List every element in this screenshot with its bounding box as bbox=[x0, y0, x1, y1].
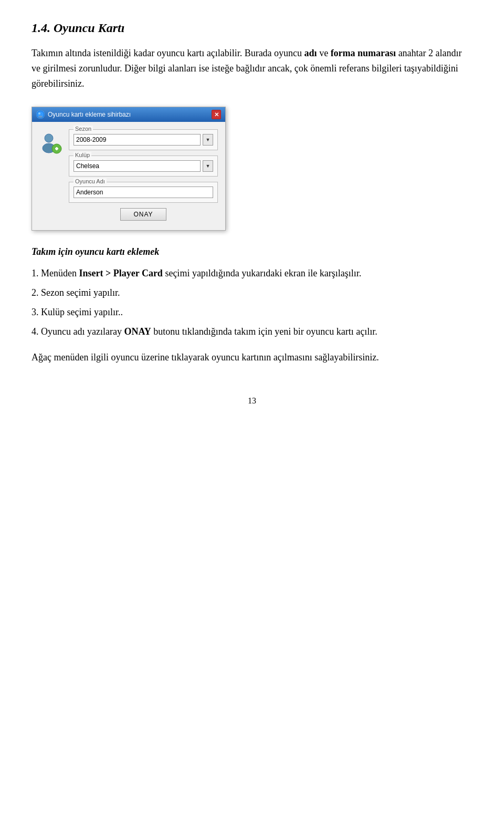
step-1: 1. Menüden Insert > Player Card seçimi y… bbox=[32, 266, 472, 281]
dialog-titlebar: Oyuncu kartı ekleme sihirbazı ✕ bbox=[32, 107, 225, 122]
sezon-row: ▼ bbox=[74, 134, 213, 146]
dialog-body: Sezon ▼ Kulüp ▼ Oyuncu Adı bbox=[32, 122, 225, 230]
avatar bbox=[39, 131, 62, 154]
kulup-row: ▼ bbox=[74, 160, 213, 172]
dialog-close-button[interactable]: ✕ bbox=[212, 110, 221, 119]
bold-ad: adı bbox=[304, 48, 317, 58]
svg-point-3 bbox=[45, 134, 53, 142]
oyuncu-adi-row bbox=[74, 187, 213, 198]
step1-bold: Insert > Player Card bbox=[79, 268, 162, 278]
dialog-window: Oyuncu kartı ekleme sihirbazı ✕ bbox=[32, 107, 226, 231]
oyuncu-adi-input[interactable] bbox=[74, 187, 213, 198]
dialog-wrapper: Oyuncu kartı ekleme sihirbazı ✕ bbox=[32, 107, 472, 231]
step-3: 3. Kulüp seçimi yapılır.. bbox=[32, 305, 472, 320]
sezon-label: Sezon bbox=[74, 126, 93, 132]
dialog-title-icon bbox=[36, 110, 45, 119]
bold-forma: forma numarası bbox=[331, 48, 396, 58]
kulup-dropdown-button[interactable]: ▼ bbox=[203, 160, 213, 172]
section-heading: Takım için oyuncu kartı eklemek bbox=[32, 246, 472, 257]
svg-point-2 bbox=[38, 116, 43, 118]
dialog-title-text: Oyuncu kartı ekleme sihirbazı bbox=[48, 111, 131, 118]
steps-list: 1. Menüden Insert > Player Card seçimi y… bbox=[32, 266, 472, 339]
sezon-dropdown-button[interactable]: ▼ bbox=[203, 134, 213, 146]
intro-paragraph: Takımın altında istenildiği kadar oyuncu… bbox=[32, 46, 472, 91]
kulup-field-group: Kulüp ▼ bbox=[69, 156, 218, 177]
onay-button[interactable]: ONAY bbox=[120, 208, 166, 221]
final-paragraph: Ağaç menüden ilgili oyuncu üzerine tıkla… bbox=[32, 350, 472, 365]
svg-rect-7 bbox=[56, 147, 58, 150]
page-number: 13 bbox=[32, 396, 472, 406]
oyuncu-adi-label: Oyuncu Adı bbox=[74, 178, 107, 184]
page-heading: 1.4. Oyuncu Kartı bbox=[32, 21, 472, 35]
dialog-titlebar-left: Oyuncu kartı ekleme sihirbazı bbox=[36, 110, 131, 119]
step4-bold: ONAY bbox=[124, 326, 151, 337]
svg-point-1 bbox=[38, 112, 40, 115]
dialog-fields: Sezon ▼ Kulüp ▼ Oyuncu Adı bbox=[69, 129, 218, 223]
sezon-field-group: Sezon ▼ bbox=[69, 129, 218, 150]
oyuncu-adi-field-group: Oyuncu Adı bbox=[69, 182, 218, 203]
sezon-input[interactable] bbox=[74, 134, 201, 146]
kulup-input[interactable] bbox=[74, 160, 201, 172]
kulup-label: Kulüp bbox=[74, 152, 91, 158]
step-2: 2. Sezon seçimi yapılır. bbox=[32, 285, 472, 301]
intro-text-end: anahtar 2 alandır ve girilmesi zorunludu… bbox=[32, 48, 462, 89]
step-4: 4. Oyuncu adı yazılaray ONAY butonu tıkl… bbox=[32, 324, 472, 339]
